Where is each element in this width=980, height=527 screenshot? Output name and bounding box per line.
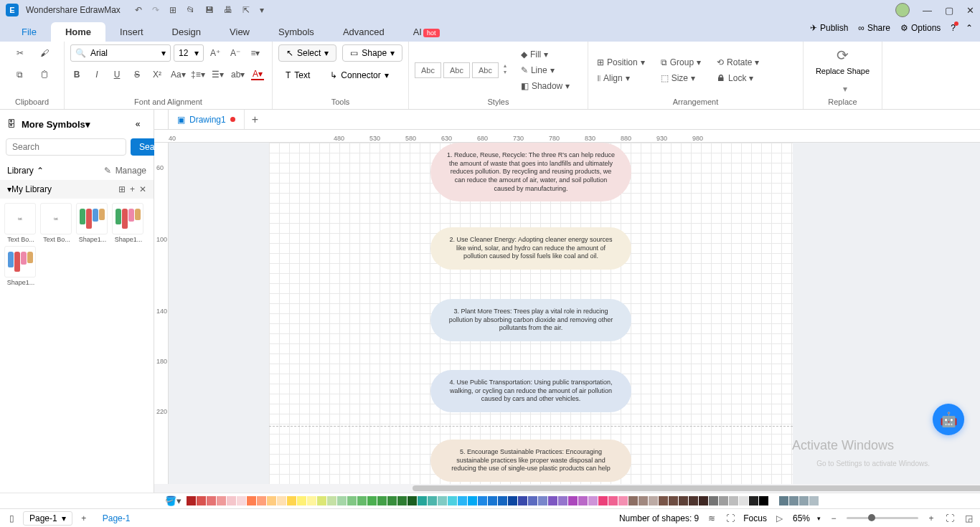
options-button[interactable]: ⚙Options bbox=[900, 23, 941, 33]
color-swatch[interactable] bbox=[187, 496, 196, 505]
menu-home[interactable]: Home bbox=[51, 22, 105, 42]
font-name-select[interactable]: 🔍Arial▾ bbox=[70, 44, 171, 62]
shape-item[interactable]: Shape1... bbox=[112, 203, 145, 243]
group-button[interactable]: ⧉Group▾ bbox=[658, 56, 704, 69]
menu-design[interactable]: Design bbox=[158, 22, 215, 42]
color-swatch[interactable] bbox=[277, 496, 286, 505]
color-swatch[interactable] bbox=[297, 496, 306, 505]
shape-bubble-1[interactable]: 1. Reduce, Reuse, Recycle: The three R's… bbox=[430, 143, 631, 201]
view-icon[interactable]: ⊞ bbox=[118, 184, 126, 194]
layers-icon[interactable]: ≋ bbox=[706, 513, 717, 524]
decrease-font-icon[interactable]: A⁻ bbox=[227, 44, 244, 62]
color-swatch[interactable] bbox=[397, 496, 407, 505]
increase-font-icon[interactable]: A⁺ bbox=[207, 44, 224, 62]
color-swatch[interactable] bbox=[679, 496, 688, 505]
style-preset-1[interactable]: Abc bbox=[415, 62, 441, 78]
color-swatch[interactable] bbox=[689, 496, 698, 505]
color-swatch[interactable] bbox=[377, 496, 387, 505]
help-button[interactable]: ? bbox=[951, 23, 956, 33]
color-swatch[interactable] bbox=[799, 496, 809, 505]
color-swatch[interactable] bbox=[227, 496, 236, 505]
zoom-out-icon[interactable]: − bbox=[828, 513, 839, 524]
focus-frame-icon[interactable]: ⛶ bbox=[725, 513, 736, 524]
color-swatch[interactable] bbox=[287, 496, 296, 505]
color-swatch[interactable] bbox=[789, 496, 798, 505]
color-swatch[interactable] bbox=[618, 496, 628, 505]
color-swatch[interactable] bbox=[337, 496, 347, 505]
menu-ai[interactable]: AIhot bbox=[399, 22, 454, 42]
color-swatch[interactable] bbox=[387, 496, 397, 505]
highlight-icon[interactable]: ab▾ bbox=[231, 70, 244, 80]
color-swatch[interactable] bbox=[809, 496, 819, 505]
shape-item[interactable]: Shape1... bbox=[76, 203, 109, 243]
menu-symbols[interactable]: Symbols bbox=[264, 22, 329, 42]
canvas[interactable]: 1. Reduce, Reuse, Recycle: The three R's… bbox=[169, 143, 980, 484]
style-preset-2[interactable]: Abc bbox=[443, 62, 470, 78]
shape-bubble-3[interactable]: 3. Plant More Trees: Trees play a vital … bbox=[430, 299, 631, 341]
close-lib-icon[interactable]: ✕ bbox=[139, 184, 146, 194]
focus-label[interactable]: Focus bbox=[743, 513, 767, 523]
underline-icon[interactable]: U bbox=[110, 70, 123, 80]
case-icon[interactable]: Aa▾ bbox=[171, 70, 184, 80]
color-swatch[interactable] bbox=[488, 496, 497, 505]
style-preset-3[interactable]: Abc bbox=[472, 62, 499, 78]
align-menu-icon[interactable]: ≡▾ bbox=[247, 44, 264, 62]
color-swatch[interactable] bbox=[257, 496, 266, 505]
color-swatch[interactable] bbox=[699, 496, 708, 505]
fill-button[interactable]: ◆Fill▾ bbox=[518, 48, 573, 61]
color-swatch[interactable] bbox=[749, 496, 758, 505]
replace-shape-icon[interactable]: ⟳ bbox=[837, 47, 849, 64]
print-icon[interactable]: 🖶 bbox=[224, 5, 232, 15]
menu-advanced[interactable]: Advanced bbox=[329, 22, 399, 42]
line-button[interactable]: ✎Line▾ bbox=[518, 64, 573, 77]
replace-dropdown-icon[interactable]: ▾ bbox=[843, 84, 847, 94]
color-swatch[interactable] bbox=[639, 496, 648, 505]
page-tab[interactable]: Page-1 bbox=[95, 512, 138, 525]
shape-bubble-4[interactable]: 4. Use Public Transportation: Using publ… bbox=[430, 370, 631, 412]
shape-bubble-2[interactable]: 2. Use Cleaner Energy: Adopting cleaner … bbox=[430, 227, 631, 270]
shape-bubble-5[interactable]: 5. Encourage Sustainable Practices: Enco… bbox=[430, 440, 631, 482]
symbol-search-input[interactable] bbox=[6, 138, 126, 156]
my-library-row[interactable]: ▾ My Library ⊞ + ✕ bbox=[0, 180, 154, 199]
color-swatch[interactable] bbox=[458, 496, 467, 505]
zoom-slider[interactable] bbox=[847, 517, 918, 519]
new-icon[interactable]: ⊞ bbox=[169, 5, 176, 15]
strike-icon[interactable]: S bbox=[131, 70, 143, 80]
zoom-value[interactable]: 65% bbox=[793, 513, 810, 523]
color-swatch[interactable] bbox=[357, 496, 367, 505]
color-swatch[interactable] bbox=[508, 496, 517, 505]
superscript-icon[interactable]: X² bbox=[151, 70, 164, 80]
select-tool[interactable]: ↖Select▾ bbox=[278, 44, 336, 62]
qa-dropdown-icon[interactable]: ▾ bbox=[260, 5, 264, 15]
font-color-icon[interactable]: A▾ bbox=[251, 69, 264, 80]
collapse-ribbon-icon[interactable]: ⌃ bbox=[966, 23, 973, 33]
styles-down-icon[interactable]: ▾ bbox=[504, 69, 507, 75]
color-swatch[interactable] bbox=[197, 496, 206, 505]
shape-item[interactable]: txtText Bo... bbox=[40, 203, 73, 243]
share-button[interactable]: ∞Share bbox=[858, 23, 890, 33]
color-swatch[interactable] bbox=[327, 496, 336, 505]
edit-icon[interactable]: ✎ bbox=[104, 166, 111, 176]
shadow-button[interactable]: ◧Shadow▾ bbox=[518, 80, 573, 92]
styles-up-icon[interactable]: ▴ bbox=[504, 62, 507, 69]
page-select[interactable]: Page-1▾ bbox=[23, 511, 72, 526]
color-swatch[interactable] bbox=[217, 496, 226, 505]
color-swatch[interactable] bbox=[739, 496, 748, 505]
color-swatch[interactable] bbox=[498, 496, 507, 505]
format-painter-icon[interactable]: 🖌 bbox=[36, 44, 53, 62]
presentation-icon[interactable]: ▷ bbox=[774, 513, 786, 524]
ai-chat-fab[interactable]: 🤖 bbox=[933, 404, 964, 435]
color-swatch[interactable] bbox=[438, 496, 447, 505]
align-button[interactable]: ⫴Align▾ bbox=[594, 72, 648, 85]
color-swatch[interactable] bbox=[649, 496, 658, 505]
color-swatch[interactable] bbox=[598, 496, 608, 505]
menu-insert[interactable]: Insert bbox=[105, 22, 158, 42]
color-swatch[interactable] bbox=[478, 496, 487, 505]
menu-file[interactable]: File bbox=[7, 22, 51, 42]
color-swatch[interactable] bbox=[548, 496, 557, 505]
color-swatch[interactable] bbox=[468, 496, 477, 505]
redo-icon[interactable]: ↷ bbox=[152, 5, 159, 15]
save-icon[interactable]: 💾︎ bbox=[205, 5, 214, 15]
color-swatch[interactable] bbox=[237, 496, 246, 505]
bullets-icon[interactable]: ☰▾ bbox=[211, 70, 224, 80]
